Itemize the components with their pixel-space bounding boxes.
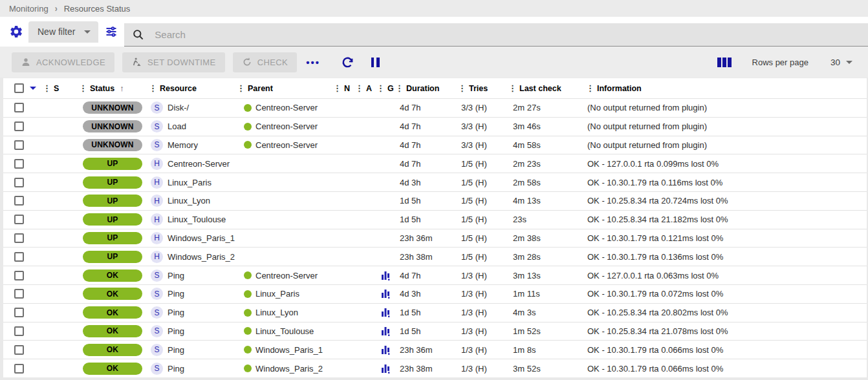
new-filter-select[interactable]: New filter	[28, 21, 98, 43]
resource-name[interactable]: Ping	[168, 271, 184, 280]
header-graph[interactable]: ⋮G	[376, 83, 395, 93]
row-checkbox[interactable]	[14, 364, 24, 374]
table-row[interactable]: UP H Centreon-Server 4d 7h 1/5 (H) 2m 23…	[3, 154, 867, 173]
header-duration[interactable]: ⋮Duration	[395, 83, 458, 93]
resource-name[interactable]: Linux_Paris	[168, 178, 212, 187]
bar-chart-icon[interactable]	[381, 308, 391, 317]
row-checkbox[interactable]	[14, 308, 24, 317]
table-row[interactable]: UNKNOWN S Load Centreon-Server 4d 7h 3/3…	[3, 117, 867, 136]
parent-name[interactable]: Centreon-Server	[255, 121, 318, 131]
bar-chart-icon[interactable]	[381, 271, 391, 280]
table-row[interactable]: UNKNOWN S Memory Centreon-Server 4d 7h 3…	[3, 136, 867, 154]
drag-handle-icon[interactable]: ⋮	[149, 83, 157, 93]
resource-name[interactable]: Linux_Toulouse	[168, 215, 226, 224]
check-button[interactable]: CHECK	[233, 52, 298, 72]
parent-name[interactable]: Linux_Toulouse	[255, 326, 314, 336]
header-status[interactable]: ⋮Status↑	[79, 83, 149, 93]
row-checkbox[interactable]	[14, 196, 24, 206]
header-severity[interactable]: ⋮S	[43, 83, 79, 93]
drag-handle-icon[interactable]: ⋮	[355, 83, 363, 93]
resource-name[interactable]: Disk-/	[168, 103, 189, 112]
resource-name[interactable]: Ping	[168, 289, 184, 299]
parent-name[interactable]: Centreon-Server	[255, 140, 318, 150]
row-checkbox[interactable]	[14, 345, 24, 355]
acknowledge-button[interactable]: ACKNOWLEDGE	[12, 52, 114, 72]
row-checkbox[interactable]	[14, 159, 24, 169]
resource-name[interactable]: Ping	[168, 364, 184, 374]
more-actions-button[interactable]: •••	[306, 57, 320, 68]
table-row[interactable]: OK S Ping Linux_Paris 4d 3h 1/3 (H) 1m 1…	[3, 284, 867, 303]
header-tries[interactable]: ⋮Tries	[458, 83, 508, 93]
row-checkbox[interactable]	[14, 178, 24, 187]
parent-name[interactable]: Windows_Paris_2	[255, 364, 323, 374]
edit-columns-button[interactable]	[717, 58, 732, 67]
header-resource[interactable]: ⋮Resource	[149, 83, 237, 93]
resource-name[interactable]: Windows_Paris_1	[168, 233, 235, 243]
drag-handle-icon[interactable]: ⋮	[43, 83, 50, 93]
table-row[interactable]: UP H Linux_Paris 4d 3h 1/5 (H) 2m 58s OK…	[3, 173, 867, 191]
set-downtime-button[interactable]: SET DOWNTIME	[122, 52, 225, 72]
search-input[interactable]	[155, 29, 596, 40]
table-row[interactable]: OK S Ping Centreon-Server 4d 7h 1/3 (H) …	[3, 266, 867, 284]
select-all-checkbox[interactable]	[14, 83, 24, 93]
drag-handle-icon[interactable]: ⋮	[395, 83, 403, 93]
header-action[interactable]: ⋮A	[355, 83, 376, 93]
row-checkbox[interactable]	[14, 252, 24, 262]
filter-settings-button[interactable]	[6, 25, 26, 39]
table-row[interactable]: UP H Linux_Lyon 1d 5h 1/5 (H) 4m 13s OK …	[3, 191, 867, 210]
drag-handle-icon[interactable]: ⋮	[237, 83, 244, 93]
row-checkbox[interactable]	[14, 121, 24, 131]
row-checkbox[interactable]	[14, 289, 24, 299]
bar-chart-icon[interactable]	[381, 326, 391, 336]
resource-name[interactable]: Windows_Paris_2	[168, 252, 235, 262]
drag-handle-icon[interactable]: ⋮	[586, 83, 594, 93]
table-row[interactable]: UP H Linux_Toulouse 1d 5h 1/5 (H) 23s OK…	[3, 210, 867, 229]
drag-handle-icon[interactable]: ⋮	[508, 83, 516, 93]
table-row[interactable]: UNKNOWN S Disk-/ Centreon-Server 4d 7h 3…	[3, 98, 867, 117]
bar-chart-icon[interactable]	[381, 345, 391, 355]
rows-per-page-select[interactable]: 30	[830, 58, 852, 67]
row-checkbox[interactable]	[14, 215, 24, 224]
row-checkbox[interactable]	[14, 326, 24, 336]
table-row[interactable]: UP H Windows_Paris_1 23h 36m 1/5 (H) 2m …	[3, 229, 867, 248]
resource-name[interactable]: Memory	[168, 140, 198, 150]
breadcrumb-monitoring[interactable]: Monitoring	[9, 4, 49, 14]
sort-ascending-icon[interactable]: ↑	[120, 83, 124, 93]
drag-handle-icon[interactable]: ⋮	[79, 83, 87, 93]
header-information[interactable]: ⋮Information	[586, 83, 867, 93]
row-checkbox[interactable]	[14, 103, 24, 112]
drag-handle-icon[interactable]: ⋮	[333, 83, 341, 93]
parent-name[interactable]: Centreon-Server	[255, 271, 318, 280]
resource-name[interactable]: Linux_Lyon	[168, 196, 210, 206]
resource-name[interactable]: Load	[168, 121, 186, 131]
header-parent[interactable]: ⋮Parent	[237, 83, 333, 93]
table-row[interactable]: OK S Ping Linux_Lyon 1d 5h 1/3 (H) 4m 3s…	[3, 303, 867, 322]
header-last-check[interactable]: ⋮Last check	[508, 83, 586, 93]
refresh-button[interactable]	[338, 53, 357, 72]
table-row[interactable]: OK S Ping Windows_Paris_2 23h 38m 1/3 (H…	[3, 359, 867, 377]
breadcrumb-resources-status[interactable]: Resources Status	[64, 4, 131, 14]
bar-chart-icon[interactable]	[381, 364, 391, 374]
parent-name[interactable]: Linux_Lyon	[255, 308, 298, 317]
resource-name[interactable]: Ping	[168, 345, 184, 355]
resource-name[interactable]: Ping	[168, 308, 184, 317]
parent-name[interactable]: Linux_Paris	[255, 289, 299, 299]
row-checkbox[interactable]	[14, 140, 24, 150]
select-options-chevron-icon[interactable]	[30, 87, 36, 90]
advanced-filter-button[interactable]	[98, 25, 124, 38]
drag-handle-icon[interactable]: ⋮	[376, 83, 384, 93]
resource-name[interactable]: Centreon-Server	[168, 159, 230, 169]
row-checkbox[interactable]	[14, 233, 24, 243]
resource-name[interactable]: Ping	[168, 326, 184, 336]
table-row[interactable]: OK S Ping Linux_Toulouse 1d 5h 1/3 (H) 1…	[3, 322, 867, 341]
table-row[interactable]: UP H Windows_Paris_2 23h 38m 1/5 (H) 3m …	[3, 247, 867, 266]
row-checkbox[interactable]	[14, 271, 24, 280]
drag-handle-icon[interactable]: ⋮	[458, 83, 466, 93]
pause-autorefresh-button[interactable]	[369, 55, 382, 70]
table-row[interactable]: OK S Ping Windows_Paris_1 23h 36m 1/3 (H…	[3, 340, 867, 359]
parent-name[interactable]: Centreon-Server	[255, 103, 318, 112]
bar-chart-icon[interactable]	[381, 289, 391, 299]
search-field[interactable]	[124, 23, 868, 47]
header-notes[interactable]: ⋮N	[333, 83, 355, 93]
parent-name[interactable]: Windows_Paris_1	[255, 345, 323, 355]
